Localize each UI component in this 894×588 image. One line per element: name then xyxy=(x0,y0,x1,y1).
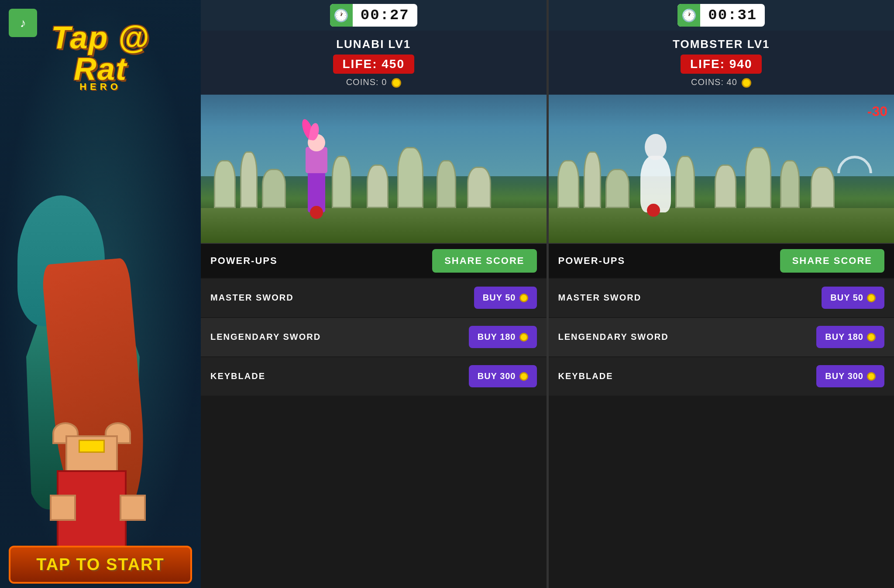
gravestone-2d xyxy=(675,156,695,208)
clock-icon-1: 🕐 xyxy=(334,8,349,23)
gravestone-2h xyxy=(811,167,835,208)
coins-label-1: COINS: 0 xyxy=(346,77,387,87)
gravestone-1f xyxy=(397,147,423,208)
gravestone-1e xyxy=(367,164,389,208)
buy-btn-2-2[interactable]: BUY 180 xyxy=(816,326,884,348)
power-ups-row-1: POWER-UPS SHARE SCORE xyxy=(201,243,547,278)
timer-bar-2: 🕐 00:31 xyxy=(549,0,894,31)
music-icon: ♪ xyxy=(20,16,26,30)
buy-btn-1-2[interactable]: BUY 180 xyxy=(469,326,537,348)
logo-subtitle: HERO xyxy=(26,81,175,92)
shop-item-2-1: MASTER SWORD BUY 50 xyxy=(549,278,894,317)
coin-icon-1 xyxy=(392,78,401,88)
buy-btn-1-1[interactable]: BUY 50 xyxy=(474,287,537,309)
buy-coin-1-2 xyxy=(519,333,528,342)
gravestone-1c xyxy=(262,169,286,208)
game-panel-2: 🕐 00:31 TOMBSTER LV1 LIFE: 940 COINS: 40 xyxy=(549,0,894,588)
buy-btn-2-1[interactable]: BUY 50 xyxy=(822,287,884,309)
gravestone-2f xyxy=(745,147,771,208)
player-arm-right xyxy=(120,495,146,521)
coins-row-1: COINS: 0 xyxy=(208,77,540,88)
shop-item-1-3: KEYBLADE BUY 300 xyxy=(201,356,547,396)
sprite-lunabi xyxy=(301,143,332,212)
gravestone-1a xyxy=(214,160,236,208)
share-score-button-1[interactable]: SHARE SCORE xyxy=(432,249,536,273)
timer-widget-2: 🕐 00:31 xyxy=(677,4,765,27)
timer-bar-1: 🕐 00:27 xyxy=(201,0,547,31)
tap-to-start-text: TAP TO START xyxy=(36,555,165,574)
player-info-2: TOMBSTER LV1 LIFE: 940 COINS: 40 xyxy=(549,31,894,95)
player-arms xyxy=(50,495,146,530)
shop-item-name-1-2: LENGENDARY SWORD xyxy=(210,332,321,342)
timer-value-2: 00:31 xyxy=(700,7,765,24)
gravestone-2a xyxy=(557,160,579,208)
buy-coin-2-1 xyxy=(867,294,876,302)
shop-item-name-1-3: KEYBLADE xyxy=(210,371,265,381)
buy-label-1-3: BUY 300 xyxy=(478,371,516,381)
buy-coin-2-2 xyxy=(867,333,876,342)
buy-coin-1-1 xyxy=(519,294,528,302)
shop-item-1-2: LENGENDARY SWORD BUY 180 xyxy=(201,317,547,356)
logo-text: Tap @ Rat xyxy=(26,22,175,85)
tap-to-start-button[interactable]: TAP TO START xyxy=(9,546,192,584)
clock-icon-2: 🕐 xyxy=(681,8,697,23)
timer-icon-box-1: 🕐 xyxy=(330,4,353,27)
game-viewport-1[interactable] xyxy=(201,95,547,243)
coins-label-2: COINS: 40 xyxy=(691,77,737,87)
gravestone-2c xyxy=(605,169,629,208)
timer-widget-1: 🕐 00:27 xyxy=(330,4,417,27)
player-name-1: LUNABI LV1 xyxy=(208,38,540,51)
buy-coin-1-3 xyxy=(519,372,528,381)
gravestone-2g xyxy=(780,160,800,208)
damage-text-2: -30 xyxy=(867,103,887,120)
power-ups-label-1: POWER-UPS xyxy=(210,255,278,267)
shop-item-name-2-1: MASTER SWORD xyxy=(558,293,642,303)
sprite-tombster xyxy=(636,134,675,212)
shop-item-name-1-1: MASTER SWORD xyxy=(210,293,294,303)
game-viewport-2[interactable]: -30 xyxy=(549,95,894,243)
shop-item-2-3: KEYBLADE BUY 300 xyxy=(549,356,894,396)
game-panel-1: 🕐 00:27 LUNABI LV1 LIFE: 450 COINS: 0 xyxy=(201,0,547,588)
gravestone-1b xyxy=(240,151,258,208)
coins-row-2: COINS: 40 xyxy=(556,77,887,88)
gravestone-2b xyxy=(584,151,601,208)
ground-2 xyxy=(549,208,894,243)
power-ups-row-2: POWER-UPS SHARE SCORE xyxy=(549,243,894,278)
shop-item-1-1: MASTER SWORD BUY 50 xyxy=(201,278,547,317)
buy-btn-2-3[interactable]: BUY 300 xyxy=(816,365,884,387)
player-gold-center xyxy=(79,440,105,453)
shop-item-name-2-3: KEYBLADE xyxy=(558,371,613,381)
gravestone-2e xyxy=(715,164,736,208)
share-score-button-2[interactable]: SHARE SCORE xyxy=(780,249,884,273)
life-badge-1: LIFE: 450 xyxy=(333,55,414,74)
timer-value-1: 00:27 xyxy=(353,7,417,24)
gravestone-1h xyxy=(467,167,491,208)
buy-label-1-1: BUY 50 xyxy=(483,293,516,303)
buy-label-2-2: BUY 180 xyxy=(825,332,863,342)
buy-label-2-3: BUY 300 xyxy=(825,371,863,381)
buy-btn-1-3[interactable]: BUY 300 xyxy=(469,365,537,387)
left-panel: ♪ Tap @ Rat HERO TAP TO START xyxy=(0,0,201,588)
timer-icon-box-2: 🕐 xyxy=(677,4,700,27)
buy-label-2-1: BUY 50 xyxy=(830,293,863,303)
player-arm-left xyxy=(50,495,76,521)
buy-coin-2-3 xyxy=(867,372,876,381)
bottom-controls-2: POWER-UPS SHARE SCORE MASTER SWORD BUY 5… xyxy=(549,243,894,588)
coin-icon-2 xyxy=(742,78,751,88)
bottom-controls-1: POWER-UPS SHARE SCORE MASTER SWORD BUY 5… xyxy=(201,243,547,588)
gravestone-1d xyxy=(332,156,351,208)
right-container: 🕐 00:27 LUNABI LV1 LIFE: 450 COINS: 0 xyxy=(201,0,894,588)
gravestone-1g xyxy=(437,160,456,208)
player-name-2: TOMBSTER LV1 xyxy=(556,38,887,51)
logo-area: Tap @ Rat HERO xyxy=(26,22,175,92)
player-area xyxy=(44,383,140,566)
player-info-1: LUNABI LV1 LIFE: 450 COINS: 0 xyxy=(201,31,547,95)
life-badge-2: LIFE: 940 xyxy=(681,55,762,74)
shop-item-name-2-2: LENGENDARY SWORD xyxy=(558,332,669,342)
power-ups-label-2: POWER-UPS xyxy=(558,255,626,267)
shop-item-2-2: LENGENDARY SWORD BUY 180 xyxy=(549,317,894,356)
buy-label-1-2: BUY 180 xyxy=(478,332,516,342)
ground-1 xyxy=(201,208,547,243)
